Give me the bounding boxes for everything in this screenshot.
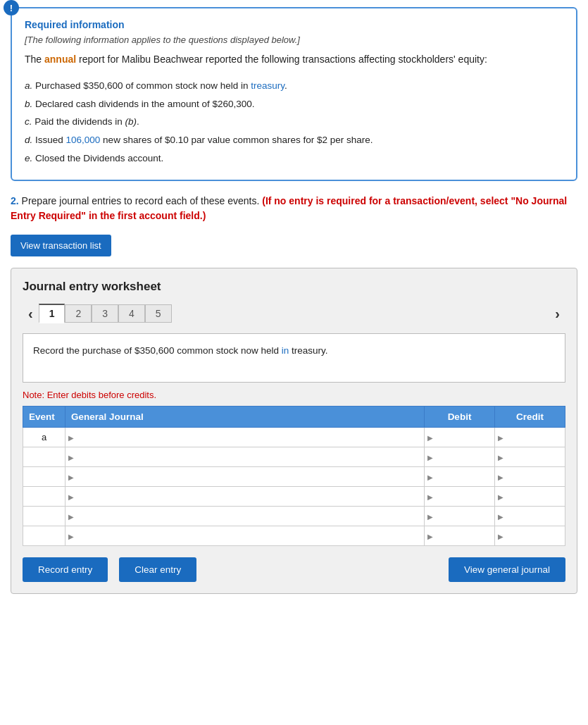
question-instruction: (If no entry is required for a transacti… [11, 195, 567, 221]
info-box: ! Required information [The following in… [11, 7, 577, 181]
worksheet-title: Journal entry worksheet [23, 280, 565, 294]
event-cell-2 [23, 447, 65, 467]
journal-input-1[interactable] [65, 428, 424, 447]
credit-cell-3[interactable] [495, 467, 565, 487]
col-credit: Credit [495, 407, 565, 428]
credit-cell-6[interactable] [495, 526, 565, 546]
transactions-list: a. Purchased $350,600 of common stock no… [25, 77, 563, 167]
table-row [23, 487, 565, 507]
debit-cell-5[interactable] [425, 507, 495, 526]
worksheet-box: Journal entry worksheet ‹ 1 2 3 4 5 › Re… [11, 268, 577, 594]
credit-input-1[interactable] [495, 428, 565, 447]
tab-navigation: ‹ 1 2 3 4 5 › [23, 304, 565, 323]
table-row [23, 507, 565, 526]
view-transaction-list-button[interactable]: View transaction list [11, 235, 111, 256]
credit-input-2[interactable] [495, 447, 565, 466]
annual-highlight: annual [44, 54, 76, 65]
col-event: Event [23, 407, 65, 428]
debit-input-1[interactable] [425, 428, 494, 447]
journal-cell-6[interactable] [65, 526, 425, 546]
tab-5[interactable]: 5 [145, 304, 172, 323]
journal-cell-5[interactable] [65, 507, 425, 526]
credit-input-3[interactable] [495, 467, 565, 486]
transaction-b: b. Declared cash dividends in the amount… [25, 95, 563, 113]
transaction-e: e. Closed the Dividends account. [25, 149, 563, 168]
transaction-d: d. Issued 106,000 new shares of $0.10 pa… [25, 131, 563, 149]
debit-input-6[interactable] [425, 526, 494, 545]
transaction-a: a. Purchased $350,600 of common stock no… [25, 77, 563, 95]
credit-cell-1[interactable] [495, 428, 565, 447]
table-row [23, 447, 565, 467]
debit-cell-6[interactable] [425, 526, 495, 546]
info-icon: ! [4, 0, 19, 16]
tab-4[interactable]: 4 [118, 304, 145, 323]
journal-table: Event General Journal Debit Credit a [23, 406, 565, 546]
note-text: Note: Enter debits before credits. [23, 390, 565, 400]
tab-3[interactable]: 3 [92, 304, 118, 323]
event-cell-1: a [23, 428, 65, 447]
journal-input-5[interactable] [65, 507, 424, 526]
journal-cell-3[interactable] [65, 467, 425, 487]
event-cell-3 [23, 467, 65, 487]
event-cell-4 [23, 487, 65, 507]
debit-input-3[interactable] [425, 467, 494, 486]
description-box: Record the purchase of $350,600 common s… [23, 333, 565, 383]
journal-cell-2[interactable] [65, 447, 425, 467]
journal-cell-4[interactable] [65, 487, 425, 507]
journal-input-3[interactable] [65, 467, 424, 486]
prev-tab-button[interactable]: ‹ [23, 304, 39, 323]
credit-cell-4[interactable] [495, 487, 565, 507]
view-general-journal-button[interactable]: View general journal [449, 557, 565, 582]
record-entry-button[interactable]: Record entry [23, 557, 108, 582]
journal-input-2[interactable] [65, 447, 424, 466]
info-main-text: The annual report for Malibu Beachwear r… [25, 52, 563, 67]
credit-input-5[interactable] [495, 507, 565, 526]
journal-input-4[interactable] [65, 487, 424, 506]
debit-cell-2[interactable] [425, 447, 495, 467]
credit-cell-2[interactable] [495, 447, 565, 467]
question-2-section: 2. Prepare journal entries to record eac… [11, 194, 577, 223]
credit-input-6[interactable] [495, 526, 565, 545]
debit-input-2[interactable] [425, 447, 494, 466]
debit-input-4[interactable] [425, 487, 494, 506]
clear-entry-button[interactable]: Clear entry [119, 557, 196, 582]
debit-input-5[interactable] [425, 507, 494, 526]
journal-cell-1[interactable] [65, 428, 425, 447]
table-row [23, 526, 565, 546]
debit-cell-4[interactable] [425, 487, 495, 507]
tab-2[interactable]: 2 [65, 304, 92, 323]
bottom-buttons: Record entry Clear entry View general jo… [23, 557, 565, 582]
next-tab-button[interactable]: › [549, 304, 565, 323]
transaction-c: c. Paid the dividends in (b). [25, 113, 563, 131]
event-cell-6 [23, 526, 65, 546]
col-general-journal: General Journal [65, 407, 425, 428]
question-number: 2. [11, 195, 19, 206]
info-title: Required information [25, 19, 563, 30]
info-subtitle: [The following information applies to th… [25, 35, 563, 45]
table-row: a [23, 428, 565, 447]
tab-1[interactable]: 1 [39, 304, 65, 323]
debit-cell-3[interactable] [425, 467, 495, 487]
event-cell-5 [23, 507, 65, 526]
debit-cell-1[interactable] [425, 428, 495, 447]
credit-cell-5[interactable] [495, 507, 565, 526]
journal-input-6[interactable] [65, 526, 424, 545]
credit-input-4[interactable] [495, 487, 565, 506]
table-row [23, 467, 565, 487]
col-debit: Debit [425, 407, 495, 428]
